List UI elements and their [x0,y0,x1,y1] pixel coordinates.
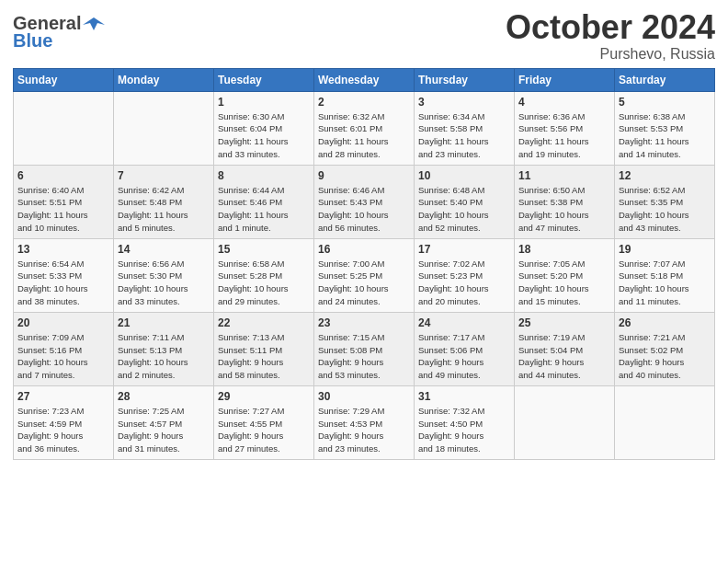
day-info: Sunrise: 7:07 AMSunset: 5:18 PMDaylight:… [619,258,711,308]
day-info: Sunrise: 6:30 AMSunset: 6:04 PMDaylight:… [218,110,310,161]
calendar-week-row: 6Sunrise: 6:40 AMSunset: 5:51 PMDaylight… [14,165,715,238]
day-info: Sunrise: 6:56 AMSunset: 5:30 PMDaylight:… [118,258,210,308]
calendar-header-row: SundayMondayTuesdayWednesdayThursdayFrid… [14,68,715,91]
day-info: Sunrise: 7:17 AMSunset: 5:06 PMDaylight:… [418,331,510,382]
calendar-day-cell: 10Sunrise: 6:48 AMSunset: 5:40 PMDayligh… [415,165,515,238]
day-number: 12 [619,169,711,182]
calendar-day-cell: 4Sunrise: 6:36 AMSunset: 5:56 PMDaylight… [515,91,615,165]
day-number: 14 [118,243,210,256]
main-container: General Blue October 2024 Purshevo, Russ… [0,0,728,467]
calendar-day-cell: 1Sunrise: 6:30 AMSunset: 6:04 PMDaylight… [214,91,314,165]
day-number: 16 [318,243,410,256]
day-number: 9 [318,169,410,182]
day-info: Sunrise: 6:34 AMSunset: 5:58 PMDaylight:… [418,110,510,161]
calendar-day-cell: 13Sunrise: 6:54 AMSunset: 5:33 PMDayligh… [14,238,114,312]
calendar-day-cell: 24Sunrise: 7:17 AMSunset: 5:06 PMDayligh… [415,312,515,385]
day-number: 22 [218,316,310,329]
month-title: October 2024 [506,9,715,46]
day-number: 31 [418,390,510,403]
day-number: 30 [318,390,410,403]
day-info: Sunrise: 6:36 AMSunset: 5:56 PMDaylight:… [518,110,610,161]
day-number: 4 [518,96,610,109]
day-info: Sunrise: 7:32 AMSunset: 4:50 PMDaylight:… [418,405,510,455]
logo-blue: Blue [13,30,52,52]
day-of-week-header: Wednesday [314,68,415,91]
day-info: Sunrise: 7:15 AMSunset: 5:08 PMDaylight:… [318,331,410,382]
logo-bird-icon [83,16,105,32]
day-number: 19 [619,243,711,256]
day-info: Sunrise: 6:32 AMSunset: 6:01 PMDaylight:… [318,110,410,161]
day-info: Sunrise: 6:52 AMSunset: 5:35 PMDaylight:… [619,184,711,235]
day-info: Sunrise: 6:46 AMSunset: 5:43 PMDaylight:… [318,184,410,235]
day-info: Sunrise: 7:23 AMSunset: 4:59 PMDaylight:… [17,405,109,455]
day-number: 20 [17,316,109,329]
calendar-day-cell: 29Sunrise: 7:27 AMSunset: 4:55 PMDayligh… [214,385,314,459]
location-title: Purshevo, Russia [506,46,715,63]
day-info: Sunrise: 6:42 AMSunset: 5:48 PMDaylight:… [118,184,210,235]
day-info: Sunrise: 7:00 AMSunset: 5:25 PMDaylight:… [318,258,410,308]
day-number: 1 [218,96,310,109]
calendar-day-cell: 14Sunrise: 6:56 AMSunset: 5:30 PMDayligh… [114,238,214,312]
calendar-day-cell: 26Sunrise: 7:21 AMSunset: 5:02 PMDayligh… [615,312,715,385]
day-info: Sunrise: 6:48 AMSunset: 5:40 PMDaylight:… [418,184,510,235]
day-info: Sunrise: 6:40 AMSunset: 5:51 PMDaylight:… [17,184,109,235]
calendar-day-cell: 18Sunrise: 7:05 AMSunset: 5:20 PMDayligh… [515,238,615,312]
logo: General Blue [13,9,105,52]
calendar-day-cell: 3Sunrise: 6:34 AMSunset: 5:58 PMDaylight… [415,91,515,165]
calendar-week-row: 1Sunrise: 6:30 AMSunset: 6:04 PMDaylight… [14,91,715,165]
calendar-day-cell: 27Sunrise: 7:23 AMSunset: 4:59 PMDayligh… [14,385,114,459]
calendar-table: SundayMondayTuesdayWednesdayThursdayFrid… [13,68,715,460]
day-number: 6 [17,169,109,182]
day-number: 17 [418,243,510,256]
day-info: Sunrise: 6:54 AMSunset: 5:33 PMDaylight:… [17,258,109,308]
day-info: Sunrise: 7:25 AMSunset: 4:57 PMDaylight:… [118,405,210,455]
day-info: Sunrise: 7:27 AMSunset: 4:55 PMDaylight:… [218,405,310,455]
day-of-week-header: Friday [515,68,615,91]
calendar-day-cell: 5Sunrise: 6:38 AMSunset: 5:53 PMDaylight… [615,91,715,165]
calendar-day-cell: 23Sunrise: 7:15 AMSunset: 5:08 PMDayligh… [314,312,415,385]
day-of-week-header: Saturday [615,68,715,91]
day-number: 23 [318,316,410,329]
day-number: 10 [418,169,510,182]
day-info: Sunrise: 7:02 AMSunset: 5:23 PMDaylight:… [418,258,510,308]
calendar-day-cell: 8Sunrise: 6:44 AMSunset: 5:46 PMDaylight… [214,165,314,238]
day-number: 24 [418,316,510,329]
calendar-day-cell: 12Sunrise: 6:52 AMSunset: 5:35 PMDayligh… [615,165,715,238]
day-of-week-header: Thursday [415,68,515,91]
day-info: Sunrise: 6:44 AMSunset: 5:46 PMDaylight:… [218,184,310,235]
day-number: 27 [17,390,109,403]
day-info: Sunrise: 6:50 AMSunset: 5:38 PMDaylight:… [518,184,610,235]
day-number: 11 [518,169,610,182]
calendar-day-cell: 22Sunrise: 7:13 AMSunset: 5:11 PMDayligh… [214,312,314,385]
calendar-day-cell: 31Sunrise: 7:32 AMSunset: 4:50 PMDayligh… [415,385,515,459]
calendar-day-cell [615,385,715,459]
title-block: October 2024 Purshevo, Russia [506,9,715,63]
day-number: 25 [518,316,610,329]
calendar-week-row: 20Sunrise: 7:09 AMSunset: 5:16 PMDayligh… [14,312,715,385]
calendar-day-cell: 21Sunrise: 7:11 AMSunset: 5:13 PMDayligh… [114,312,214,385]
calendar-day-cell: 7Sunrise: 6:42 AMSunset: 5:48 PMDaylight… [114,165,214,238]
calendar-day-cell: 28Sunrise: 7:25 AMSunset: 4:57 PMDayligh… [114,385,214,459]
calendar-day-cell [515,385,615,459]
day-info: Sunrise: 7:29 AMSunset: 4:53 PMDaylight:… [318,405,410,455]
day-info: Sunrise: 7:19 AMSunset: 5:04 PMDaylight:… [518,331,610,382]
calendar-day-cell: 20Sunrise: 7:09 AMSunset: 5:16 PMDayligh… [14,312,114,385]
calendar-day-cell: 9Sunrise: 6:46 AMSunset: 5:43 PMDaylight… [314,165,415,238]
calendar-day-cell: 25Sunrise: 7:19 AMSunset: 5:04 PMDayligh… [515,312,615,385]
calendar-day-cell: 17Sunrise: 7:02 AMSunset: 5:23 PMDayligh… [415,238,515,312]
day-number: 29 [218,390,310,403]
calendar-day-cell: 30Sunrise: 7:29 AMSunset: 4:53 PMDayligh… [314,385,415,459]
day-number: 5 [619,96,711,109]
svg-marker-0 [83,17,105,30]
calendar-day-cell: 19Sunrise: 7:07 AMSunset: 5:18 PMDayligh… [615,238,715,312]
day-info: Sunrise: 7:13 AMSunset: 5:11 PMDaylight:… [218,331,310,382]
day-info: Sunrise: 7:09 AMSunset: 5:16 PMDaylight:… [17,331,109,382]
calendar-day-cell [14,91,114,165]
day-info: Sunrise: 7:21 AMSunset: 5:02 PMDaylight:… [619,331,711,382]
day-number: 7 [118,169,210,182]
calendar-day-cell [114,91,214,165]
calendar-day-cell: 16Sunrise: 7:00 AMSunset: 5:25 PMDayligh… [314,238,415,312]
calendar-day-cell: 6Sunrise: 6:40 AMSunset: 5:51 PMDaylight… [14,165,114,238]
calendar-week-row: 13Sunrise: 6:54 AMSunset: 5:33 PMDayligh… [14,238,715,312]
day-number: 2 [318,96,410,109]
